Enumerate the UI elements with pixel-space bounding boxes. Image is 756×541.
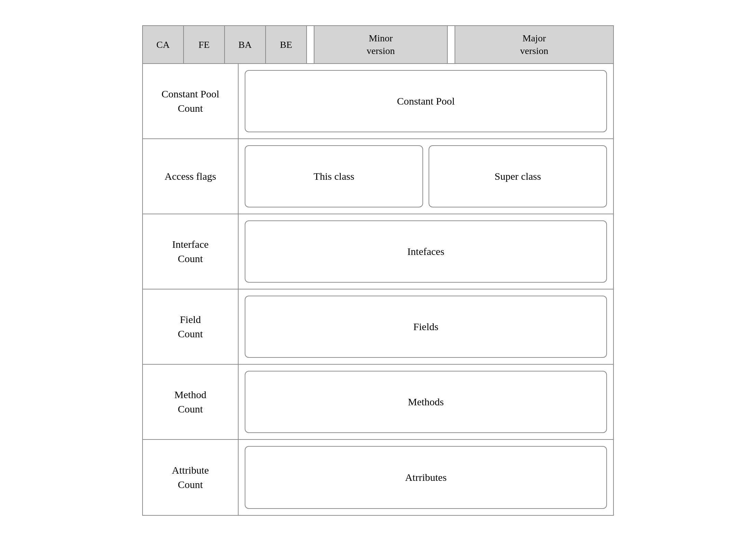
methods-right: Methods [239, 365, 613, 439]
interface-count-label: InterfaceCount [143, 214, 239, 289]
header-ca: CA [143, 26, 184, 63]
fields-right: Fields [239, 289, 613, 364]
access-flags-row: Access flags This class Super class [143, 139, 613, 214]
header-be: BE [266, 26, 307, 63]
interfaces-right: Intefaces [239, 214, 613, 289]
header-row: CA FE BA BE Minorversion Majorversion [143, 26, 613, 64]
attributes-cell: Atrributes [245, 446, 607, 509]
diagram-container: CA FE BA BE Minorversion Majorversion Co… [142, 25, 614, 516]
header-gap [307, 26, 314, 63]
fields-cell: Fields [245, 296, 607, 358]
attribute-count-label: AttributeCount [143, 440, 239, 515]
interface-count-row: InterfaceCount Intefaces [143, 214, 613, 289]
constant-pool-row: Constant PoolCount Constant Pool [143, 64, 613, 139]
method-count-row: MethodCount Methods [143, 365, 613, 440]
header-major-version: Majorversion [455, 26, 613, 63]
header-gap2 [448, 26, 455, 63]
header-ba: BA [225, 26, 266, 63]
methods-cell: Methods [245, 371, 607, 433]
interfaces-cell: Intefaces [245, 220, 607, 283]
constant-pool-count-label: Constant PoolCount [143, 64, 239, 138]
method-count-label: MethodCount [143, 365, 239, 439]
constant-pool-right: Constant Pool [239, 64, 613, 138]
constant-pool-cell: Constant Pool [245, 70, 607, 132]
super-class-cell: Super class [429, 145, 607, 207]
access-flags-right: This class Super class [239, 139, 613, 214]
field-count-row: FieldCount Fields [143, 289, 613, 365]
this-class-cell: This class [245, 145, 423, 207]
field-count-label: FieldCount [143, 289, 239, 364]
access-flags-label: Access flags [143, 139, 239, 214]
header-minor-version: Minorversion [314, 26, 448, 63]
header-fe: FE [184, 26, 225, 63]
attributes-right: Atrributes [239, 440, 613, 515]
attribute-count-row: AttributeCount Atrributes [143, 440, 613, 515]
